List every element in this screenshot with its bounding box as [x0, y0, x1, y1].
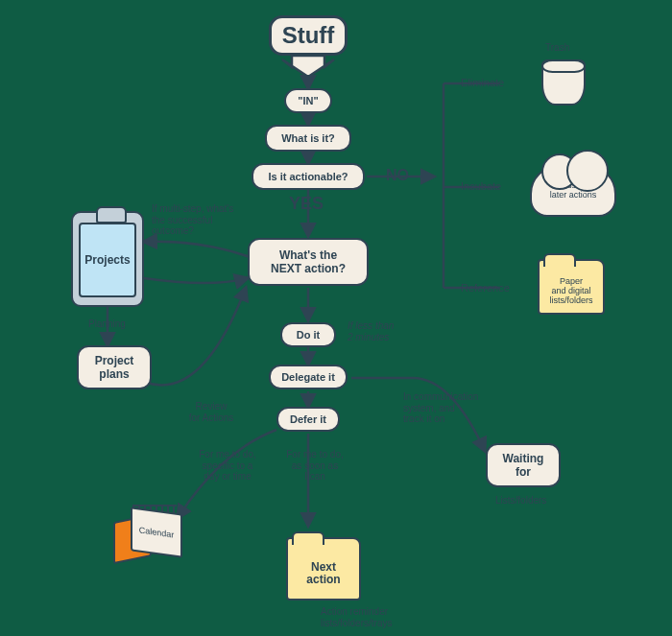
node-defer: Defer it: [276, 407, 340, 432]
cloud-text: Possible later actions: [550, 181, 597, 200]
label-reference: Reference: [461, 282, 510, 294]
label-multistep: If multi-step, what's the successful out…: [152, 203, 257, 237]
gtd-diagram: Stuff "IN" What is it? Is it actionable?…: [0, 0, 672, 636]
folder-next-action-text: Next action: [306, 561, 340, 586]
clipboard-projects: Projects: [71, 211, 144, 307]
node-actionable: Is it actionable?: [252, 163, 365, 190]
label-waiting-cap: Lists/folders: [495, 495, 546, 506]
cloud-later-actions: Possible later actions: [530, 165, 616, 217]
node-project-plans: Project plans: [77, 345, 152, 389]
node-delegate: Delegate it: [269, 365, 348, 389]
node-waiting-for: Waiting for: [486, 443, 561, 487]
label-eliminate: Eliminate: [461, 77, 504, 89]
label-defer-right: For me to do, as soon as I can: [276, 449, 353, 483]
folder-next-action: Next action: [286, 537, 361, 601]
node-next-action-q: What's the NEXT action?: [248, 238, 369, 286]
label-planning: Planning: [88, 318, 126, 330]
label-review: Review for Actions: [182, 401, 240, 423]
folder-reference-text: Paper and digital lists/folders: [549, 277, 592, 306]
node-do-it: Do it: [280, 322, 336, 347]
trash-icon: [541, 59, 586, 106]
label-action-reminder: Action reminder lists/folders/trays: [321, 606, 436, 628]
label-two-minutes: If less than 2 minutes: [348, 320, 424, 342]
label-incubate: Incubate: [461, 180, 501, 193]
label-no: NO: [386, 167, 409, 184]
label-defer-left: For me to do, specific to a day or time: [184, 449, 271, 483]
node-stuff: Stuff: [269, 15, 348, 56]
clipboard-label: Projects: [79, 223, 136, 297]
label-comm-track: In communication system, and track it on: [403, 391, 509, 425]
calendar-label: Calendar: [139, 525, 175, 539]
node-what-is-it: What is it?: [265, 125, 351, 152]
label-trash: Trash: [545, 42, 569, 54]
label-yes: YES: [289, 194, 324, 214]
folder-reference: Paper and digital lists/folders: [538, 259, 605, 315]
node-in: "IN": [284, 88, 332, 113]
calendar-icon: Calendar: [113, 510, 182, 556]
